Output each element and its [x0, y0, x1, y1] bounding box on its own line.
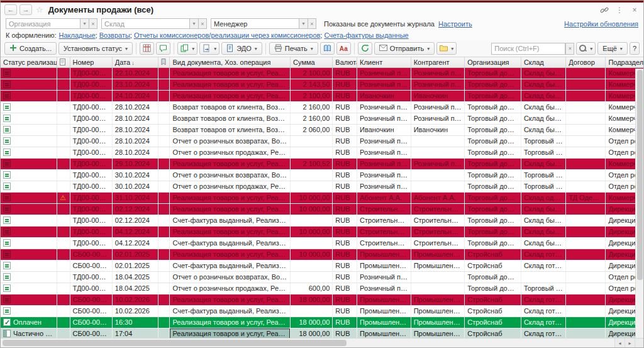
cell-warehouse[interactable]: Склад бытовой ...: [521, 215, 565, 226]
cell-counterparty[interactable]: Строительный то...: [411, 237, 465, 249]
cell-warehouse[interactable]: Склад бытовой ...: [521, 226, 565, 237]
cell-date[interactable]: 28.10.2024: [112, 113, 158, 124]
cell-sum[interactable]: 10 000,00: [291, 203, 333, 215]
cell-mark[interactable]: [158, 260, 170, 271]
horizontal-scrollbar-track[interactable]: [1, 339, 614, 347]
cell-date[interactable]: 02.12.2024: [112, 215, 158, 226]
cell-warehouse[interactable]: Склад готовой ...: [521, 260, 565, 271]
cell-doctype[interactable]: Отчет о розничных возвратах, Возвра...: [170, 135, 291, 147]
cell-org[interactable]: Стройснаб: [465, 305, 521, 317]
cell-org[interactable]: Торговый дом "К...: [465, 203, 521, 215]
cell-client[interactable]: Промышленные ...: [357, 294, 411, 305]
cell-counterparty[interactable]: Розничный покуп...: [411, 79, 465, 90]
cell-date[interactable]: 18.04.2025: [112, 271, 158, 283]
cell-date[interactable]: 29.10.2024: [112, 158, 158, 169]
column-header-date[interactable]: Дата↓: [112, 57, 158, 67]
create-based-on-button[interactable]: ▾: [177, 42, 197, 55]
cell-warehouse[interactable]: Склад готовой ...: [521, 249, 565, 260]
table-row[interactable]: ТД00-00001123.10.2024Реализация товаров …: [1, 79, 643, 90]
table-row[interactable]: ТД00-00001224.10.2024Реализация товаров …: [1, 90, 643, 101]
warehouse-clear-button[interactable]: ×: [198, 18, 207, 29]
table-row[interactable]: ТД00-00000218.04.2025Отчет о розничных п…: [1, 283, 643, 294]
cell-doctype[interactable]: Счет-фактура выданный, Реализация: [170, 237, 291, 249]
cell-warehouse[interactable]: Склад бытовой ...: [521, 158, 565, 169]
cell-contract[interactable]: ТД Одежный А...: [566, 192, 606, 203]
cell-counterparty[interactable]: [411, 135, 465, 147]
refresh-button[interactable]: [358, 42, 372, 55]
cell-contract[interactable]: [566, 124, 606, 135]
cell-client[interactable]: Промышленные ...: [357, 328, 411, 338]
cell-number[interactable]: СБ00-0000001: [70, 305, 112, 317]
cell-contract[interactable]: [566, 169, 606, 181]
cell-mark[interactable]: [158, 271, 170, 283]
table-row[interactable]: ТД00-00000428.10.2024Отчет о розничных п…: [1, 147, 643, 158]
cell-doctype[interactable]: Реализация товаров и услуг, Реализа...: [170, 317, 291, 328]
cell-contract[interactable]: [566, 328, 606, 338]
scroll-right-button[interactable]: ▸: [625, 339, 635, 347]
search-clear-button[interactable]: ×: [565, 43, 574, 55]
cell-mark[interactable]: [158, 249, 170, 260]
cell-contract[interactable]: [566, 305, 606, 317]
organization-clear-button[interactable]: ×: [89, 18, 97, 29]
cell-status[interactable]: [1, 283, 57, 294]
cell-doctype[interactable]: Реализация товаров и услуг, Реализа...: [170, 79, 291, 90]
cell-warehouse[interactable]: Склад одежной ...: [521, 192, 565, 203]
cell-client[interactable]: Иваночкин: [357, 124, 411, 135]
cell-date[interactable]: 30.10.2024: [112, 169, 158, 181]
cell-currency[interactable]: RUB: [333, 181, 357, 192]
cell-status[interactable]: [1, 135, 57, 147]
cell-sum[interactable]: [291, 237, 333, 249]
cell-date[interactable]: 10.02.2026: [112, 305, 158, 317]
cell-date[interactable]: 28.10.2024: [112, 147, 158, 158]
table-row[interactable]: СБ00-000000102.01.2025Счет-фактура выдан…: [1, 260, 643, 271]
cell-sum[interactable]: 10 000,00: [291, 249, 333, 260]
cell-status[interactable]: [1, 158, 57, 169]
table-row[interactable]: Частично оплаченСБ00-00000317:04Реализац…: [1, 328, 643, 338]
cell-counterparty[interactable]: [411, 169, 465, 181]
cell-warehouse[interactable]: Торговый зал: [521, 181, 565, 192]
cell-warehouse[interactable]: Склад готовой ...: [521, 294, 565, 305]
cell-status[interactable]: [1, 237, 57, 249]
cell-doctype[interactable]: Реализация товаров и услуг, Реализа...: [170, 203, 291, 215]
cell-number[interactable]: СБ00-000002: [70, 294, 112, 305]
cell-counterparty[interactable]: Абонент А.А.: [411, 192, 465, 203]
cell-org[interactable]: Торговый дом "К...: [465, 113, 521, 124]
cell-client[interactable]: Промышленные ...: [357, 260, 411, 271]
cell-warehouse[interactable]: Торговый зал: [521, 169, 565, 181]
to-process-link[interactable]: Накладные: [59, 31, 96, 39]
table-row[interactable]: СБ00-00000210.02.2026Реализация товаров …: [1, 294, 643, 305]
cell-currency[interactable]: RUB: [333, 67, 357, 79]
cell-date[interactable]: 02.12.2024: [112, 203, 158, 215]
vertical-scrollbar-thumb[interactable]: [637, 70, 643, 280]
cell-org[interactable]: Торговый дом "К...: [465, 158, 521, 169]
horizontal-scrollbar-thumb[interactable]: [3, 340, 347, 346]
cell-sum[interactable]: 18 000,00: [291, 317, 333, 328]
document-actions-button[interactable]: ▾: [199, 42, 219, 55]
cell-org[interactable]: Торговый дом "К...: [465, 67, 521, 79]
cell-currency[interactable]: RUB: [333, 135, 357, 147]
cell-contract[interactable]: [566, 67, 606, 79]
column-header-doctype[interactable]: Вид документа, Хоз. операция: [170, 57, 291, 67]
cell-number[interactable]: ТД00-000012: [70, 90, 112, 101]
cell-warehouse[interactable]: Склад бытовой ...: [521, 203, 565, 215]
cell-status[interactable]: [1, 192, 57, 203]
cell-contract[interactable]: [566, 101, 606, 113]
organization-choose-button[interactable]: ▾: [80, 18, 89, 29]
manager-choose-button[interactable]: ▾: [299, 18, 308, 29]
to-process-link[interactable]: Возвраты: [99, 31, 130, 39]
cell-number[interactable]: ТД00-000014: [70, 192, 112, 203]
column-header-org[interactable]: Организация: [465, 57, 521, 67]
table-row[interactable]: ТД00-00000328.10.2024Возврат товаров от …: [1, 124, 643, 135]
cell-date[interactable]: 23.10.2024: [112, 79, 158, 90]
scroll-left-button[interactable]: ◂: [614, 339, 625, 347]
column-header-doc-icon[interactable]: [57, 57, 70, 67]
cell-currency[interactable]: RUB: [333, 90, 357, 101]
cell-client[interactable]: Розничный покуп...: [357, 79, 411, 90]
cell-currency[interactable]: RUB: [333, 113, 357, 124]
cell-mark[interactable]: [158, 113, 170, 124]
cell-currency[interactable]: RUB: [333, 192, 357, 203]
more-menu-icon[interactable]: ⋮: [614, 5, 625, 15]
cell-currency[interactable]: RUB: [333, 79, 357, 90]
cell-currency[interactable]: RUB: [333, 158, 357, 169]
cell-flag[interactable]: [57, 305, 70, 317]
